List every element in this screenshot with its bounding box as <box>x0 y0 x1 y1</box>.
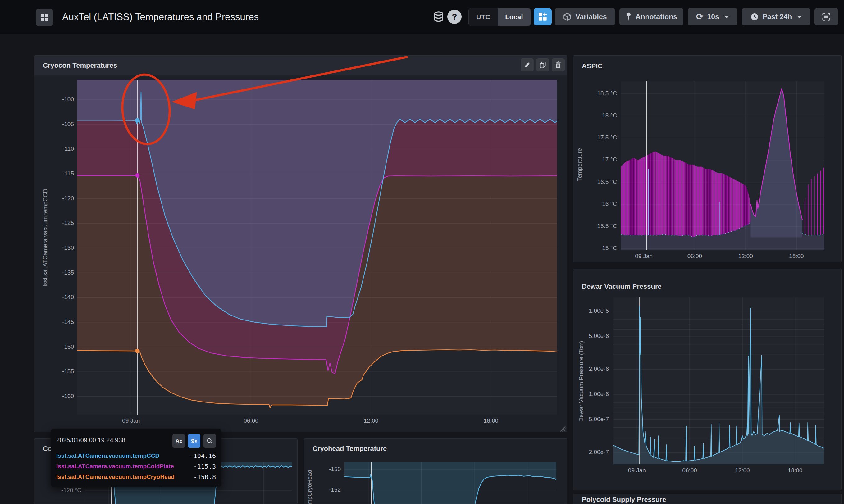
tooltip-series-row: lsst.sal.ATCamera.vacuum.tempCryoHead-15… <box>56 473 216 481</box>
cryohead-y-tick: -152 <box>319 486 341 493</box>
cryocon-x-tick: 18:00 <box>472 417 510 424</box>
dewar-y-axis-label: Dewar Vacuum Pressure (Torr) <box>578 341 585 422</box>
variables-button[interactable]: Variables <box>555 8 615 25</box>
cube-icon <box>563 13 572 21</box>
tooltip-series-list: lsst.sal.ATCamera.vacuum.tempCCD-104.16l… <box>56 452 216 481</box>
cryocon-y-tick: -110 <box>47 145 74 152</box>
dewar-y-tick: 1.00e-5 <box>575 307 609 314</box>
time-range-label: Past 24h <box>762 13 792 21</box>
tooltip-series-label: lsst.sal.ATCamera.vacuum.tempCryoHead <box>56 473 175 481</box>
panel-title-polycold[interactable]: Polycold Supply Pressure <box>582 496 666 504</box>
cryocon-y-tick: -160 <box>47 393 74 400</box>
aspic-x-tick: 12:00 <box>730 253 761 259</box>
dashboards-grid-button[interactable] <box>36 9 53 26</box>
panel-title-cryohead[interactable]: Cryohead Temperature <box>312 445 387 453</box>
dewar-y-tick: 1.00e-6 <box>575 391 609 397</box>
aspic-y-axis-label: Temperature <box>576 148 583 181</box>
variables-label: Variables <box>575 13 607 21</box>
dewar-y-tick: 5.00e-6 <box>575 332 609 339</box>
cryocon-y-tick: -120 <box>47 195 74 202</box>
cryocon-x-tick: 09 Jan <box>112 417 150 424</box>
dewar-x-tick: 12:00 <box>727 467 758 474</box>
cryocon-y-tick: -145 <box>47 319 74 325</box>
dewar-x-tick: 06:00 <box>674 467 705 474</box>
panel-title-aspic[interactable]: ASPIC <box>582 62 603 70</box>
tooltip-sort-numeric-button[interactable]: 90 <box>188 434 200 448</box>
aspic-y-tick: 17 °C <box>586 156 617 163</box>
timezone-utc-button[interactable]: UTC <box>469 8 498 26</box>
cryohead-y-tick: -150 <box>319 466 341 473</box>
cryocon-y-tick: -155 <box>47 368 74 375</box>
cryocon-y-tick: -140 <box>47 294 74 301</box>
aspic-chart[interactable] <box>621 82 824 250</box>
cryocon-y-tick: -150 <box>47 343 74 350</box>
cryocon-y-tick: -135 <box>47 269 74 276</box>
timezone-local-button[interactable]: Local <box>498 8 530 26</box>
aspic-y-tick: 18.5 °C <box>586 90 617 97</box>
dewar-chart[interactable] <box>613 298 824 464</box>
annotations-button[interactable]: Annotations <box>619 8 683 25</box>
trash-icon <box>555 61 562 69</box>
cryocon-y-tick: -115 <box>47 170 74 177</box>
database-icon <box>433 11 444 23</box>
cryocon-x-tick: 12:00 <box>352 417 390 424</box>
cryocon-y-tick: -130 <box>47 245 74 251</box>
add-panel-icon <box>538 12 547 22</box>
chevron-down-icon <box>724 16 729 18</box>
grid-icon <box>40 13 49 22</box>
refresh-icon: ⟳ <box>696 13 703 21</box>
tooltip-timestamp: 2025/01/09 00:19:24.938 <box>56 434 125 444</box>
dewar-y-tick: 2.00e-6 <box>575 365 609 372</box>
refresh-interval-button[interactable]: ⟳ 10s <box>688 8 737 25</box>
search-icon <box>206 437 213 444</box>
dewar-x-tick: 09 Jan <box>621 467 652 474</box>
panel-title-dewar[interactable]: Dewar Vacuum Pressure <box>582 283 662 291</box>
panel-title-cryocon[interactable]: Cryocon Temperatures <box>43 61 117 70</box>
duplicate-panel-button[interactable] <box>536 58 549 71</box>
dewar-x-tick: 18:00 <box>780 467 811 474</box>
cryohead-y-axis-label: lsst.sal.ATCamera.vacuum.tempCryoHead <box>306 470 313 504</box>
cryocon-y-tick: -100 <box>47 96 74 103</box>
aspic-y-tick: 15 °C <box>586 245 617 252</box>
cryocon-y-tick: -105 <box>47 121 74 128</box>
aspic-y-tick: 17.5 °C <box>586 134 617 141</box>
panel-actions <box>521 58 565 71</box>
tooltip-series-value: -150.8 <box>194 473 216 481</box>
add-panel-button[interactable] <box>534 8 552 25</box>
question-mark-icon: ? <box>452 12 457 22</box>
help-button[interactable]: ? <box>447 10 462 24</box>
cryocon-chart[interactable] <box>77 80 557 415</box>
top-navigation-bar: AuxTel (LATISS) Temperatures and Pressur… <box>0 0 844 34</box>
panel-resize-handle[interactable] <box>558 424 566 433</box>
pin-icon <box>626 12 632 21</box>
dashboard-title: AuxTel (LATISS) Temperatures and Pressur… <box>62 0 259 34</box>
cryocon-y-tick: -125 <box>47 219 74 227</box>
aspic-y-tick: 18 °C <box>586 112 617 119</box>
refresh-interval-label: 10s <box>707 13 719 21</box>
pencil-icon <box>523 61 531 69</box>
copy-icon <box>539 61 546 69</box>
datasource-button[interactable] <box>432 10 445 24</box>
kiosk-mode-button[interactable] <box>814 8 838 25</box>
aspic-x-tick: 18:00 <box>781 253 812 259</box>
tooltip-series-label: lsst.sal.ATCamera.vacuum.tempColdPlate <box>56 463 174 470</box>
tv-kiosk-icon <box>822 12 831 21</box>
coldplate-y-tick: -120 °C <box>47 487 82 494</box>
tooltip-series-value: -104.16 <box>190 452 216 460</box>
cryocon-x-tick: 06:00 <box>232 417 270 424</box>
clock-icon <box>750 13 759 21</box>
aspic-y-tick: 15.5 °C <box>586 223 617 230</box>
time-range-button[interactable]: Past 24h <box>742 8 810 25</box>
edit-panel-button[interactable] <box>521 58 534 71</box>
dewar-y-tick: 2.00e-7 <box>575 449 609 455</box>
annotations-label: Annotations <box>635 13 677 21</box>
delete-panel-button[interactable] <box>552 58 565 71</box>
tooltip-series-row: lsst.sal.ATCamera.vacuum.tempCCD-104.16 <box>56 452 216 460</box>
tooltip-sort-alpha-button[interactable]: Az <box>173 434 185 448</box>
dashboard: AuxTel (LATISS) Temperatures and Pressur… <box>0 0 844 504</box>
aspic-y-tick: 16 °C <box>586 201 617 208</box>
tooltip-search-button[interactable] <box>203 434 216 448</box>
aspic-x-tick: 06:00 <box>679 253 710 259</box>
cryohead-chart[interactable] <box>344 462 556 504</box>
timezone-toggle: UTC Local <box>468 8 531 26</box>
